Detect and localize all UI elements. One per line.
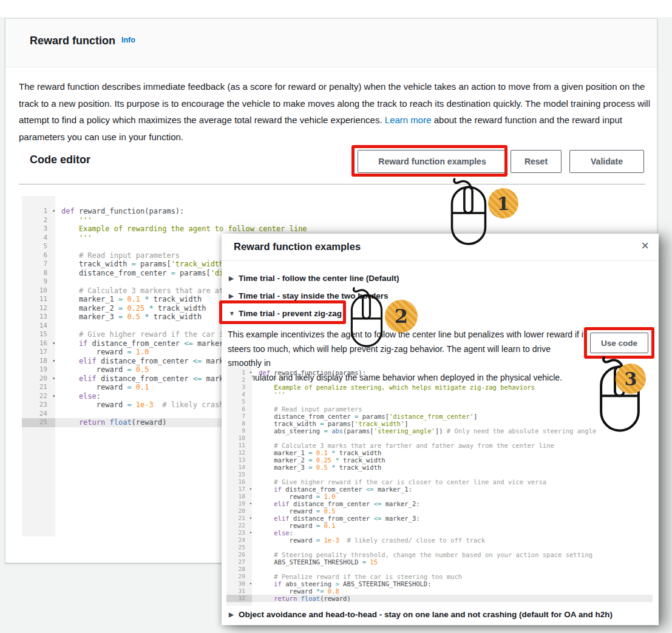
modal-header: Reward function examples × [222, 234, 659, 261]
mouse-cursor-icon [346, 286, 387, 348]
code-line: 3 Example of penalize steering, which he… [226, 384, 653, 391]
divider [19, 184, 645, 184]
code-line: 15 [226, 471, 653, 478]
fold-arrow-icon[interactable]: ▾ [249, 580, 252, 587]
code-line: 30▾ if abs_steering > ABS_STEERING_THRES… [226, 580, 653, 587]
chevron-down-icon: ▼ [229, 310, 239, 317]
code-line: 32 return float(reward) [226, 595, 653, 602]
fold-arrow-icon[interactable]: ▾ [52, 374, 55, 384]
learn-more-link[interactable]: Learn more [385, 115, 432, 125]
section-time-trial-prevent-zig-zag[interactable]: ▼ Time trial - prevent zig-zag [229, 306, 342, 320]
code-line: 20 reward = 0.5 [226, 507, 653, 515]
code-line: 1▾def reward_function(params): [22, 207, 641, 216]
code-line: 7 distance_from_center = params['distanc… [226, 413, 653, 420]
reward-function-examples-modal: Reward function examples × ▶ Time trial … [222, 234, 659, 625]
fold-arrow-icon[interactable]: ▾ [52, 392, 55, 401]
fold-arrow-icon[interactable]: ▾ [52, 207, 55, 216]
chevron-right-icon: ▶ [229, 275, 239, 282]
code-line: 31 reward *= 0.8 [226, 587, 653, 595]
code-line: 27 ABS_STEERING_THRESHOLD = 15 [226, 558, 653, 566]
code-editor-heading: Code editor [30, 154, 90, 166]
code-line: 9 abs_steering = abs(params['steering_an… [226, 427, 653, 435]
code-line: 5 [226, 398, 653, 405]
code-line: 17▾ if distance_from_center <= marker_1: [226, 486, 653, 493]
code-line: 28 [226, 566, 653, 573]
reset-button[interactable]: Reset [511, 150, 562, 173]
fold-arrow-icon[interactable]: ▾ [249, 515, 252, 522]
reward-function-description: The reward function describes immediate … [19, 78, 650, 145]
fold-arrow-icon[interactable]: ▾ [249, 500, 252, 507]
step-2-badge: 2 [385, 300, 418, 333]
code-line: 10 [226, 435, 653, 442]
code-line: 1▾def reward_function(params): [226, 369, 653, 376]
mouse-cursor-icon [447, 177, 490, 246]
close-icon[interactable]: × [641, 238, 649, 254]
fold-arrow-icon[interactable]: ▾ [249, 529, 252, 537]
code-line: 2 ''' [22, 216, 641, 225]
code-line: 14 marker_3 = 0.5 * track_width [226, 464, 653, 471]
code-line: 23▾ else: [226, 529, 653, 537]
code-line: 6 # Read input parameters [226, 405, 653, 413]
code-line: 25 [226, 544, 653, 551]
code-line: 29 # Penalize reward if the car is steer… [226, 573, 653, 580]
page: Reward functionInfo The reward function … [0, 0, 672, 633]
code-line: 26 # Steering penality threshold, change… [226, 551, 653, 558]
fold-arrow-icon[interactable]: ▾ [249, 486, 252, 493]
code-line: 21▾ elif distance_from_center <= marker_… [226, 515, 653, 522]
code-line: 13 marker_2 = 0.25 * track_width [226, 456, 653, 464]
page-title: Reward functionInfo [30, 35, 135, 47]
example-code-viewer[interactable]: 1▾def reward_function(params):2 '''3 Exa… [226, 369, 653, 602]
code-line: 18 reward = 1.0 [226, 493, 653, 500]
section-label: Time trial - follow the center line (Def… [239, 274, 399, 283]
code-line: 19▾ elif distance_from_center <= marker_… [226, 500, 653, 507]
chevron-right-icon: ▶ [229, 293, 239, 299]
validate-button[interactable]: Validate [569, 150, 644, 173]
page-top-strip [0, 0, 672, 17]
page-title-text: Reward function [30, 35, 115, 47]
code-line: 8 track_width = params['track_width'] [226, 420, 653, 427]
modal-title: Reward function examples [234, 241, 361, 252]
code-line: 24 reward = 1e-3 # likely crashed/ close… [226, 537, 653, 544]
use-code-button[interactable]: Use code [590, 333, 648, 353]
reward-function-examples-button[interactable]: Reward function examples [358, 150, 507, 173]
code-line: 3 Example of rewarding the agent to foll… [22, 225, 641, 234]
code-line: 22 reward = 0.1 [226, 522, 653, 529]
fold-arrow-icon[interactable]: ▾ [249, 369, 252, 376]
example-description-line: steers too much, which will help prevent… [228, 342, 586, 371]
section-object-avoidance[interactable]: ▶ Object avoidance and head-to-head - st… [229, 608, 613, 621]
code-line: 12 marker_1 = 0.1 * track_width [226, 449, 653, 456]
code-line: 4 ''' [226, 391, 653, 398]
section-time-trial-center-line[interactable]: ▶ Time trial - follow the center line (D… [229, 271, 399, 285]
code-line: 16 # Give higher reward if the car is cl… [226, 478, 653, 486]
info-link[interactable]: Info [121, 36, 135, 44]
code-line: 11 # Calculate 3 marks that are farther … [226, 442, 653, 449]
chevron-right-icon: ▶ [229, 611, 239, 618]
step-1-badge: 1 [488, 188, 518, 218]
fold-arrow-icon[interactable]: ▾ [52, 339, 55, 348]
card-header: Reward functionInfo [5, 19, 657, 67]
section-label: Time trial - prevent zig-zag [239, 309, 342, 318]
section-label: Object avoidance and head-to-head - stay… [239, 610, 613, 619]
fold-arrow-icon[interactable]: ▾ [52, 357, 55, 366]
step-3-badge: 3 [616, 364, 646, 394]
code-line: 2 ''' [226, 376, 653, 384]
